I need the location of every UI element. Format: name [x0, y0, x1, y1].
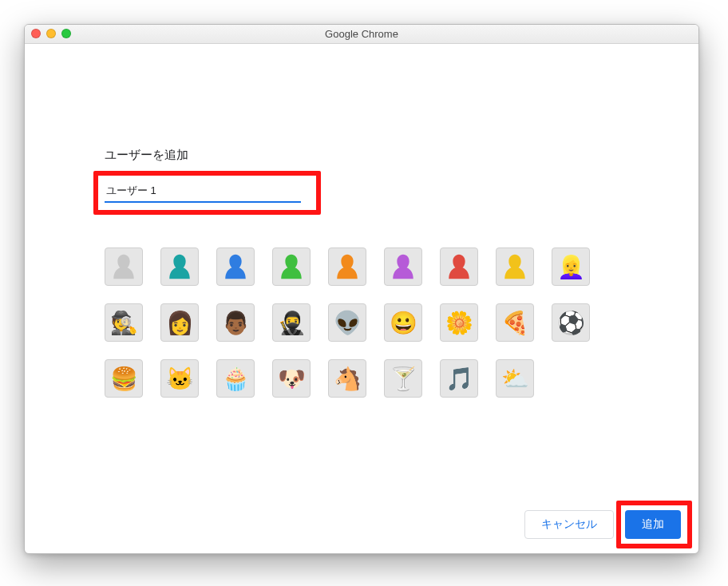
window-title: Google Chrome — [325, 28, 398, 40]
add-user-dialog: ユーザーを追加 👱‍♀️ 🕵️👩👨🏾🥷👽😀🌼🍕⚽ 🍔🐱🧁🐶🐴🍸🎵⛅ キャンセル … — [25, 44, 698, 553]
avatar-weather[interactable]: ⛅ — [496, 359, 534, 398]
dialog-heading: ユーザーを追加 — [105, 148, 635, 163]
avatar-horse[interactable]: 🐴 — [328, 359, 366, 398]
avatar-generic-purple[interactable] — [384, 247, 422, 286]
window-maximize-button[interactable] — [61, 29, 71, 38]
avatar-female-blonde[interactable]: 👱‍♀️ — [552, 247, 590, 286]
add-button[interactable]: 追加 — [625, 510, 681, 539]
avatar-music[interactable]: 🎵 — [440, 359, 478, 398]
avatar-woman[interactable]: 👩 — [160, 303, 199, 342]
avatar-soccer[interactable]: ⚽ — [552, 303, 590, 342]
avatar-man[interactable]: 👨🏾 — [216, 303, 255, 342]
chrome-window: Google Chrome ユーザーを追加 👱‍♀️ 🕵️👩👨🏾🥷👽😀🌼🍕⚽ 🍔… — [24, 24, 699, 554]
avatar-cat[interactable]: 🐱 — [160, 359, 199, 398]
profile-name-input[interactable] — [105, 180, 301, 203]
avatar-generic-teal[interactable] — [160, 247, 199, 286]
avatar-generic-red[interactable] — [440, 247, 478, 286]
avatar-generic-green[interactable] — [272, 247, 311, 286]
avatar-generic-blue[interactable] — [216, 247, 255, 286]
avatar-generic-orange[interactable] — [328, 247, 366, 286]
avatar-generic-grey[interactable] — [105, 247, 143, 286]
avatar-flower[interactable]: 🌼 — [440, 303, 478, 342]
avatar-dog[interactable]: 🐶 — [272, 359, 311, 398]
avatar-agent[interactable]: 🕵️ — [105, 303, 143, 342]
avatar-cupcake[interactable]: 🧁 — [216, 359, 255, 398]
avatar-alien[interactable]: 👽 — [328, 303, 366, 342]
window-minimize-button[interactable] — [46, 29, 56, 38]
avatar-burger[interactable]: 🍔 — [105, 359, 143, 398]
avatar-grid: 👱‍♀️ 🕵️👩👨🏾🥷👽😀🌼🍕⚽ 🍔🐱🧁🐶🐴🍸🎵⛅ — [105, 247, 635, 398]
avatar-ninja[interactable]: 🥷 — [272, 303, 311, 342]
avatar-generic-yellow[interactable] — [496, 247, 534, 286]
window-close-button[interactable] — [31, 29, 41, 38]
avatar-pizza[interactable]: 🍕 — [496, 303, 534, 342]
titlebar: Google Chrome — [25, 25, 698, 44]
cancel-button[interactable]: キャンセル — [524, 510, 614, 539]
avatar-cocktail[interactable]: 🍸 — [384, 359, 422, 398]
avatar-smiley[interactable]: 😀 — [384, 303, 422, 342]
